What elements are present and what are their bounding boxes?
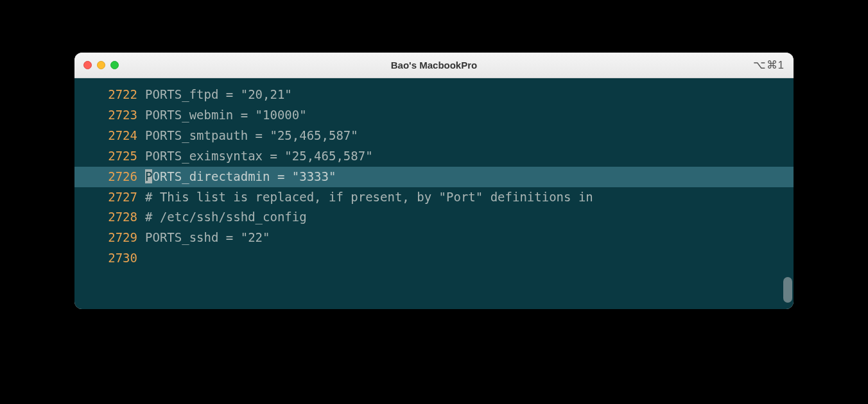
editor-line[interactable]: 2730 — [74, 248, 794, 269]
line-number: 2729 — [100, 228, 145, 248]
line-number: 2726 — [100, 167, 145, 187]
line-text: PORTS_ftpd = "20,21" — [145, 85, 292, 105]
window-titlebar[interactable]: Bao's MacbookPro ⌥⌘1 — [74, 53, 794, 78]
editor-line[interactable]: 2726PORTS_directadmin = "3333" — [74, 167, 794, 187]
line-number: 2722 — [100, 85, 145, 105]
editor-line[interactable]: 2722PORTS_ftpd = "20,21" — [74, 85, 794, 105]
editor-line[interactable]: 2724PORTS_smtpauth = "25,465,587" — [74, 126, 794, 146]
terminal-viewport[interactable]: 2722PORTS_ftpd = "20,21"2723PORTS_webmin… — [74, 78, 794, 309]
cursor: P — [145, 169, 152, 183]
line-text: PORTS_sshd = "22" — [145, 228, 270, 248]
editor-line[interactable]: 2729PORTS_sshd = "22" — [74, 228, 794, 248]
minimize-button[interactable] — [97, 61, 105, 69]
terminal-content[interactable]: 2722PORTS_ftpd = "20,21"2723PORTS_webmin… — [74, 78, 794, 269]
scrollbar-track[interactable] — [782, 80, 792, 308]
maximize-button[interactable] — [110, 61, 119, 69]
close-button[interactable] — [83, 61, 92, 69]
line-number: 2728 — [100, 207, 145, 228]
terminal-window: Bao's MacbookPro ⌥⌘1 2722PORTS_ftpd = "2… — [74, 53, 794, 309]
line-number: 2730 — [100, 248, 145, 269]
window-title: Bao's MacbookPro — [391, 60, 477, 71]
editor-line[interactable]: 2723PORTS_webmin = "10000" — [74, 105, 794, 126]
line-text: PORTS_smtpauth = "25,465,587" — [145, 126, 358, 146]
traffic-lights — [83, 61, 119, 69]
line-number: 2723 — [100, 105, 145, 126]
line-text: PORTS_webmin = "10000" — [145, 105, 307, 126]
line-text: # This list is replaced, if present, by … — [145, 187, 593, 208]
editor-line[interactable]: 2727# This list is replaced, if present,… — [74, 187, 794, 208]
line-text: PORTS_eximsyntax = "25,465,587" — [145, 146, 373, 167]
line-number: 2725 — [100, 146, 145, 167]
editor-line[interactable]: 2728# /etc/ssh/sshd_config — [74, 207, 794, 228]
line-number: 2724 — [100, 126, 145, 146]
line-text: PORTS_directadmin = "3333" — [145, 167, 336, 187]
editor-line[interactable]: 2725PORTS_eximsyntax = "25,465,587" — [74, 146, 794, 167]
line-text: # /etc/ssh/sshd_config — [145, 207, 307, 228]
window-shortcut: ⌥⌘1 — [753, 58, 785, 72]
line-number: 2727 — [100, 187, 145, 208]
scrollbar-thumb[interactable] — [783, 277, 792, 303]
